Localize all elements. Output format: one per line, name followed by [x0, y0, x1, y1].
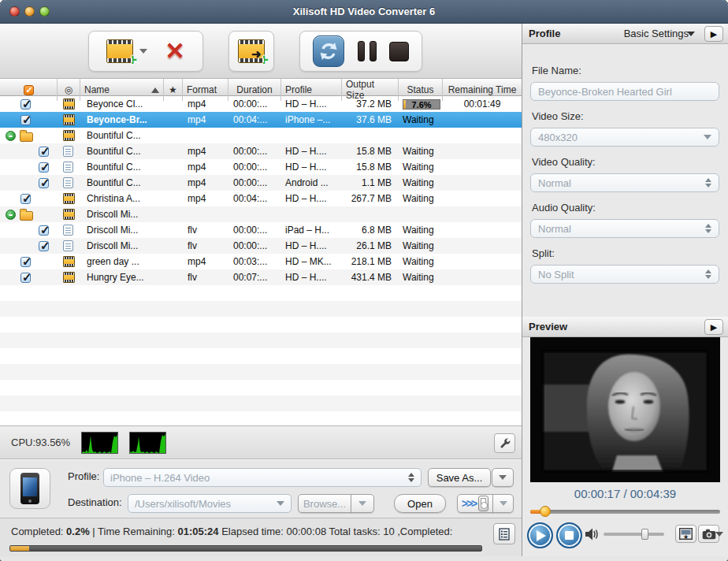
preview-video-frame[interactable] [530, 337, 720, 482]
clip-file-icon [63, 225, 73, 236]
profile-select[interactable]: iPhone – H.264 Video [103, 468, 422, 487]
table-row[interactable]: Beyonce Cl...mp400:00:...HD – H....37.2 … [0, 96, 522, 112]
delete-button[interactable]: ✕ [165, 39, 185, 63]
save-as-dropdown-button[interactable] [492, 468, 514, 487]
clip-file-icon [63, 240, 73, 251]
file-table-empty-area [0, 285, 522, 425]
volume-thumb[interactable] [641, 529, 648, 540]
table-row[interactable]: Bountiful C...mp400:00:...HD – H....15.8… [0, 159, 522, 175]
row-checkbox[interactable] [20, 99, 31, 110]
toolbar-group-run [299, 31, 422, 72]
duration-cell: 00:00:... [228, 177, 281, 188]
snapshot-dropdown-arrow[interactable] [715, 532, 723, 537]
collapse-group-icon[interactable] [6, 131, 16, 141]
chevron-down-icon [500, 501, 507, 506]
iphone-device-icon [20, 473, 39, 504]
video-file-icon [63, 98, 75, 110]
collapse-group-icon[interactable] [6, 210, 16, 220]
wrench-icon [499, 437, 511, 450]
settings-mode-dropdown[interactable]: Basic Settings [624, 28, 695, 39]
profile-expand-button[interactable]: ▶ [704, 26, 723, 42]
convert-button[interactable] [313, 35, 344, 67]
seek-knob[interactable] [540, 506, 551, 517]
table-row[interactable]: green day ...mp400:03:...HD – MK...218.1… [0, 254, 522, 269]
row-checkbox[interactable] [39, 147, 49, 157]
speaker-icon[interactable] [585, 527, 599, 541]
table-row[interactable]: Beyonce-Br...mp400:04:...iPhone –...37.6… [0, 112, 522, 128]
volume-slider[interactable] [604, 533, 664, 536]
stepper-icon [705, 178, 711, 188]
stepper-icon [705, 224, 711, 233]
row-checkbox[interactable] [20, 194, 31, 204]
preview-expand-button[interactable]: ▶ [704, 319, 723, 335]
window-title: Xilisoft HD Video Converter 6 [293, 6, 435, 17]
table-row[interactable]: Driscoll Mi...flv00:00:...HD – H....26.1… [0, 238, 522, 254]
stop-icon [565, 531, 574, 540]
duration-cell: 00:07:... [228, 272, 281, 283]
device-button[interactable] [9, 468, 50, 509]
file-name-cell: green day ... [80, 256, 164, 267]
duration-cell: 00:00:... [228, 240, 281, 251]
table-row[interactable]: Bountiful C... [0, 128, 522, 143]
open-button[interactable]: Open [394, 494, 446, 513]
transfer-dropdown-button[interactable] [492, 494, 514, 513]
add-file-button[interactable]: + [106, 39, 147, 63]
browse-button[interactable]: Browse... [298, 494, 351, 513]
output-size-cell: 431.4 MB [342, 272, 399, 283]
video-size-select[interactable]: 480x320 [530, 128, 719, 147]
remaining-time-cell: 00:01:49 [443, 98, 522, 110]
browse-dropdown-button[interactable] [351, 494, 374, 513]
table-row[interactable]: Hungry Eye...flv00:07:...HD – H....431.4… [0, 269, 522, 285]
pause-button[interactable] [358, 41, 377, 61]
chevron-down-icon [277, 501, 284, 506]
row-checkbox[interactable] [20, 257, 31, 267]
file-name-input[interactable]: Beyonce-Broken Hearted Girl [530, 82, 719, 101]
profile-cell: HD – H.... [281, 146, 342, 157]
table-row[interactable]: Driscoll Mi... [0, 206, 522, 222]
file-name-cell: Driscoll Mi... [80, 225, 164, 236]
table-row[interactable]: Bountiful C...mp400:00:...Android ...1.1… [0, 175, 522, 191]
select-all-checkbox[interactable] [24, 85, 34, 95]
zoom-window-button[interactable] [39, 6, 50, 17]
table-row[interactable]: Driscoll Mi...flv00:00:...iPad – H...6.8… [0, 222, 522, 238]
audio-quality-label: Audio Quality: [532, 202, 596, 214]
minimize-window-button[interactable] [24, 6, 35, 17]
output-panel: Profile: iPhone – H.264 Video Save As...… [0, 459, 522, 518]
audio-quality-select[interactable]: Normal [530, 219, 719, 238]
row-checkbox[interactable] [20, 115, 31, 125]
profile-settings-form: File Name: Beyonce-Broken Hearted Girl V… [522, 44, 728, 317]
transfer-to-device-button[interactable]: >>> [457, 494, 493, 513]
row-checkbox[interactable] [39, 178, 49, 188]
row-checkbox[interactable] [20, 273, 31, 283]
stop-playback-button[interactable] [556, 522, 582, 548]
row-checkbox[interactable] [39, 162, 49, 173]
video-quality-select[interactable]: Normal [530, 173, 719, 192]
split-select[interactable]: No Split [530, 265, 719, 284]
add-video-icon: + [106, 39, 133, 63]
merge-files-button[interactable]: ➜ + [238, 39, 265, 63]
table-row[interactable]: Christina A...mp400:04:...HD – H....267.… [0, 191, 522, 206]
task-info-button[interactable] [493, 523, 515, 544]
table-row[interactable]: Bountiful C...mp400:00:...HD – H....15.8… [0, 143, 522, 159]
row-checkbox[interactable] [39, 225, 49, 236]
duration-cell: 00:00:... [228, 98, 281, 110]
destination-select[interactable]: /Users/xilisoft/Movies [128, 494, 292, 513]
settings-wrench-button[interactable] [494, 433, 515, 453]
profile-section-header: Profile Basic Settings ▶ [522, 24, 728, 44]
cpu-graph-1 [81, 432, 118, 454]
expand-arrow-icon: ▶ [711, 29, 717, 39]
seek-bar[interactable] [530, 506, 720, 517]
add-file-dropdown-arrow[interactable] [139, 49, 147, 54]
profile-cell: HD – H.... [281, 98, 342, 110]
seek-track[interactable] [530, 510, 720, 514]
chevron-down-icon [499, 475, 507, 480]
stop-button[interactable] [389, 42, 409, 61]
save-as-button[interactable]: Save As... [428, 468, 491, 487]
add-snapshot-to-list-button[interactable]: ★ [675, 525, 696, 543]
preview-controls: ★ [522, 518, 728, 556]
file-name-cell: Bountiful C... [80, 146, 164, 157]
close-window-button[interactable] [9, 6, 20, 17]
duration-cell: 00:04:... [228, 193, 281, 204]
row-checkbox[interactable] [39, 241, 49, 251]
play-button[interactable] [527, 522, 553, 548]
